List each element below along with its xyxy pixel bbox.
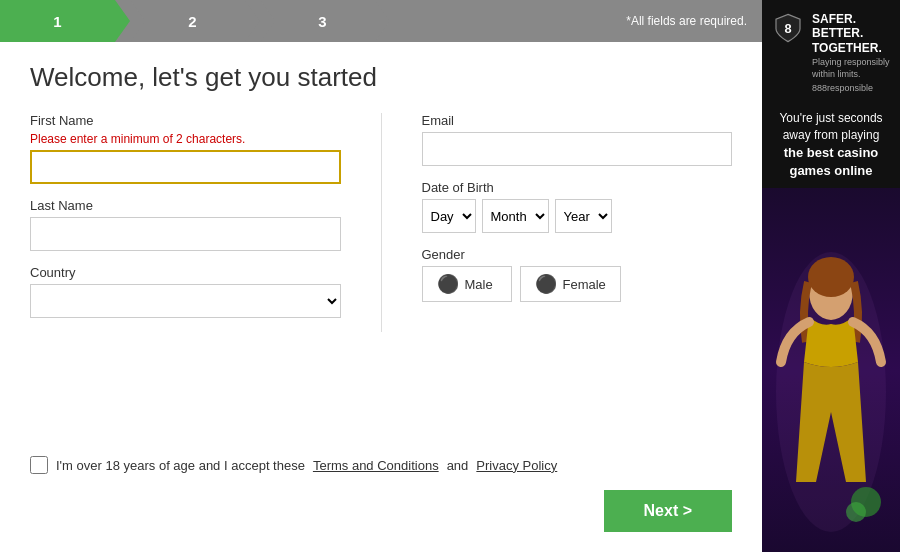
- step-1[interactable]: 1: [0, 0, 130, 42]
- step-2-number: 2: [188, 13, 196, 30]
- form-area: Welcome, let's get you started First Nam…: [0, 42, 762, 440]
- gender-female-button[interactable]: ⚫ Female: [520, 266, 621, 302]
- checkbox-text-mid: and: [447, 458, 469, 473]
- checkbox-text-before: I'm over 18 years of age and I accept th…: [56, 458, 305, 473]
- dob-label: Date of Birth: [422, 180, 733, 195]
- first-name-label: First Name: [30, 113, 341, 128]
- last-name-input[interactable]: [30, 217, 341, 251]
- required-note: *All fields are required.: [626, 14, 762, 28]
- ad-line4: games online: [789, 163, 872, 178]
- next-button[interactable]: Next >: [604, 490, 732, 532]
- country-select[interactable]: [30, 284, 341, 318]
- country-group: Country: [30, 265, 341, 318]
- main-area: 1 2 3 *All fields are required. Welcome,…: [0, 0, 762, 552]
- terms-link[interactable]: Terms and Conditions: [313, 458, 439, 473]
- last-name-label: Last Name: [30, 198, 341, 213]
- ad-brand: 888responsible: [812, 83, 890, 95]
- shield-icon: 8: [772, 12, 804, 48]
- ad-line2: away from playing: [783, 128, 880, 142]
- ad-line1: You're just seconds: [779, 111, 882, 125]
- gender-group: Gender ⚫ Male ⚫ Female: [422, 247, 733, 302]
- sidebar-ad: 8 SAFER. BETTER. TOGETHER. Playing respo…: [762, 0, 900, 552]
- email-input[interactable]: [422, 132, 733, 166]
- first-name-error: Please enter a minimum of 2 characters.: [30, 132, 341, 146]
- step-3[interactable]: 3: [260, 0, 390, 42]
- form-col-left: First Name Please enter a minimum of 2 c…: [30, 113, 341, 332]
- form-col-right: Email Date of Birth Day Month Year: [422, 113, 733, 332]
- gender-label: Gender: [422, 247, 733, 262]
- column-divider: [381, 113, 382, 332]
- dob-row: Day Month Year: [422, 199, 733, 233]
- privacy-link[interactable]: Privacy Policy: [476, 458, 557, 473]
- step-3-number: 3: [318, 13, 326, 30]
- welcome-title: Welcome, let's get you started: [30, 62, 732, 93]
- terms-checkbox[interactable]: [30, 456, 48, 474]
- ad-line3: the best casino: [784, 145, 879, 160]
- dob-month-select[interactable]: Month: [482, 199, 549, 233]
- email-group: Email: [422, 113, 733, 166]
- male-icon: ⚫: [437, 273, 459, 295]
- gender-female-label: Female: [563, 277, 606, 292]
- ad-image-area: [762, 188, 900, 552]
- dob-day-select[interactable]: Day: [422, 199, 476, 233]
- female-icon: ⚫: [535, 273, 557, 295]
- ad-top: 8 SAFER. BETTER. TOGETHER. Playing respo…: [762, 0, 900, 102]
- gender-male-label: Male: [465, 277, 493, 292]
- progress-bar: 1 2 3 *All fields are required.: [0, 0, 762, 42]
- first-name-input[interactable]: [30, 150, 341, 184]
- ad-top-text: SAFER. BETTER. TOGETHER. Playing respons…: [812, 12, 890, 94]
- ad-middle-text: You're just seconds away from playing th…: [762, 102, 900, 188]
- svg-point-5: [846, 502, 866, 522]
- gender-male-button[interactable]: ⚫ Male: [422, 266, 512, 302]
- safer-text: SAFER. BETTER. TOGETHER.: [812, 12, 890, 55]
- dob-group: Date of Birth Day Month Year: [422, 180, 733, 233]
- country-label: Country: [30, 265, 341, 280]
- checkbox-row: I'm over 18 years of age and I accept th…: [30, 456, 732, 474]
- step-2[interactable]: 2: [130, 0, 260, 42]
- svg-text:8: 8: [784, 21, 791, 36]
- svg-point-3: [808, 257, 854, 297]
- gender-row: ⚫ Male ⚫ Female: [422, 266, 733, 302]
- first-name-group: First Name Please enter a minimum of 2 c…: [30, 113, 341, 184]
- ad-sub-text: Playing responsibly within limits.: [812, 57, 890, 80]
- form-columns: First Name Please enter a minimum of 2 c…: [30, 113, 732, 332]
- dob-year-select[interactable]: Year: [555, 199, 612, 233]
- step-1-number: 1: [53, 13, 61, 30]
- next-btn-row: Next >: [0, 490, 762, 552]
- last-name-group: Last Name: [30, 198, 341, 251]
- email-label: Email: [422, 113, 733, 128]
